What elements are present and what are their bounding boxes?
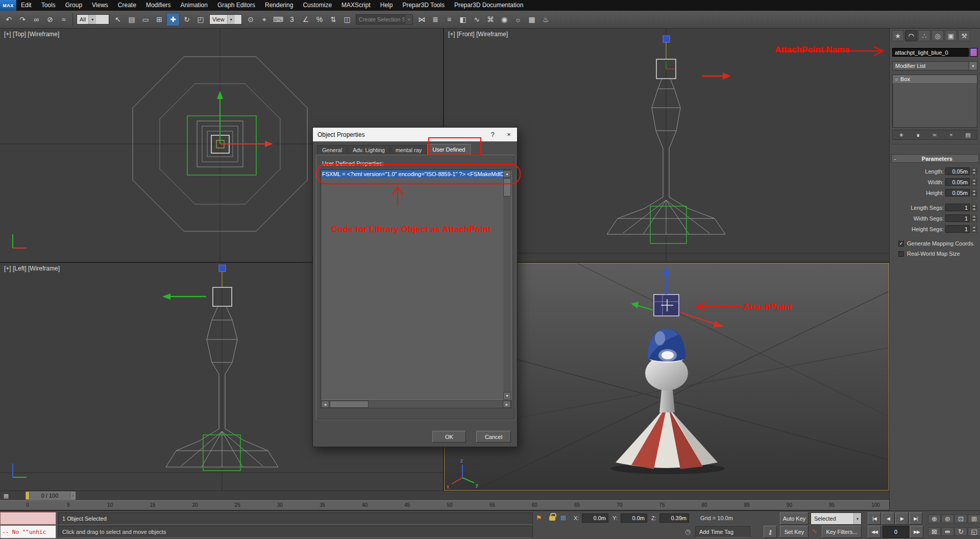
rendered-frame-icon[interactable]: ▦ [525,13,538,26]
spinner-up-icon[interactable]: ▲ [971,168,977,172]
coord-x-field[interactable]: 0.0m [582,513,608,523]
mini-curve-editor-icon[interactable]: ▦ [2,492,10,500]
zoom-extents-all-icon[interactable]: ⊞ [968,514,980,523]
pin-stack-icon[interactable]: ∗ [899,132,903,138]
edit-named-sets-icon[interactable]: ◫ [340,13,354,26]
ok-button[interactable]: OK [432,431,466,443]
set-keys-icon[interactable]: ⚷ [764,526,777,538]
checkbox[interactable] [898,241,904,247]
zoom-all-icon[interactable]: ⊜ [941,514,954,523]
mirror-icon[interactable]: ⋈ [415,13,428,26]
spinner-control[interactable]: ▲▼ [971,189,977,197]
object-name-field[interactable]: attachpt_light_blue_0 [892,48,969,57]
tab-adv-lighting[interactable]: Adv. Lighting [348,145,390,155]
spinner-control[interactable]: ▲▼ [971,179,977,186]
object-color-swatch[interactable] [970,48,977,57]
menu-prepar3d-tools[interactable]: Prepar3D Tools [398,0,449,11]
display-tab-icon[interactable]: ▣ [945,30,957,41]
rollout-collapse-icon[interactable]: - [894,156,896,162]
cancel-button[interactable]: Cancel [476,431,511,443]
scene-explorer-icon[interactable]: ≡ [443,13,456,26]
scroll-down-icon[interactable]: ▼ [503,392,511,400]
fsxml-selected-line[interactable]: FSXML = <?xml version="1.0" encoding="IS… [321,170,503,178]
current-frame-field[interactable]: 0 [883,526,909,538]
param-value-field[interactable]: 0.05m [945,189,970,197]
select-object-icon[interactable]: ↖ [111,13,125,26]
render-production-icon[interactable]: ♨ [539,13,552,26]
absolute-mode-icon[interactable]: ⊞ [560,514,566,522]
schematic-view-icon[interactable]: ⌘ [484,13,497,26]
add-time-tag[interactable]: Add Time Tag [695,526,750,537]
angle-snap-icon[interactable]: ∠ [299,13,312,26]
spinner-control[interactable]: ▲▼ [971,168,977,175]
create-tab-icon[interactable]: ★ [892,30,904,41]
zoom-region-icon[interactable]: ⊠ [928,527,941,536]
viewport-label-left[interactable]: [+] [Left] [Wireframe] [4,265,60,272]
spinner-up-icon[interactable]: ▲ [971,189,977,193]
time-slider-right-nub[interactable]: › [70,492,75,499]
select-and-scale-icon[interactable]: ◰ [194,13,207,26]
menu-maxscript[interactable]: MAXScript [337,0,375,11]
spinner-up-icon[interactable]: ▲ [971,226,977,229]
zoom-extents-icon[interactable]: ⊡ [954,514,967,523]
spinner-down-icon[interactable]: ▼ [971,193,977,197]
previous-frame-icon[interactable]: ◀ [881,512,895,525]
remove-modifier-icon[interactable]: × [949,132,952,138]
motion-tab-icon[interactable]: ◎ [932,30,944,41]
param-value-field[interactable]: 0.05m [945,178,970,186]
dialog-titlebar[interactable]: Object Properties ? × [313,128,517,141]
scroll-left-icon[interactable]: ◄ [321,401,329,408]
chevron-down-icon[interactable]: ▼ [969,62,977,70]
scroll-up-icon[interactable]: ▲ [503,170,511,178]
spinner-up-icon[interactable]: ▲ [971,204,977,208]
modify-tab-icon[interactable]: ◠ [905,30,917,41]
auto-key-button[interactable]: Auto Key [780,512,808,525]
select-and-rotate-icon[interactable]: ↻ [180,13,193,26]
spinner-down-icon[interactable]: ▼ [971,218,977,222]
pan-icon[interactable]: ⇹ [941,527,954,536]
viewport-label-top[interactable]: [+] [Top] [Wireframe] [4,31,59,38]
spinner-control[interactable]: ▲▼ [971,226,977,233]
close-icon[interactable]: × [501,128,517,141]
modifier-stack[interactable]: ○ Box [892,75,977,128]
menu-tools[interactable]: Tools [37,0,60,11]
menu-animation[interactable]: Animation [176,0,212,11]
parameters-rollout-header[interactable]: - Parameters [891,154,979,163]
menu-create[interactable]: Create [113,0,141,11]
align-icon[interactable]: ≣ [429,13,442,26]
spinner-up-icon[interactable]: ▲ [971,179,977,182]
key-mode-dropdown[interactable]: Selected ▼ [811,512,862,525]
vertical-scrollbar[interactable]: ▲ ▼ [503,170,511,400]
select-and-link-icon[interactable]: ∞ [30,13,43,26]
tab-mental-ray[interactable]: mental ray [390,145,427,155]
utilities-tab-icon[interactable]: ⚒ [958,30,970,41]
reference-coordinate-dropdown[interactable]: View ▼ [209,14,242,24]
rectangular-selection-icon[interactable]: ▭ [139,13,152,26]
material-editor-icon[interactable]: ◉ [498,13,511,26]
select-and-move-icon[interactable]: ✚ [166,13,180,26]
go-to-start-icon[interactable]: |◀ [868,512,881,525]
next-key-icon[interactable]: ▶▶ [910,526,923,538]
time-slider-handle[interactable]: 0 / 100 › [26,492,76,500]
ribbon-toggle-icon[interactable]: ◧ [456,13,470,26]
param-value-field[interactable]: 1 [945,204,970,211]
modifier-list-dropdown[interactable]: Modifier List ▼ [892,61,977,70]
checkbox[interactable] [898,251,904,257]
coord-z-field[interactable]: 0.39m [659,513,689,523]
menu-group[interactable]: Group [61,0,87,11]
viewport-label-front[interactable]: [+] [Front] [Wireframe] [448,31,508,38]
spinner-down-icon[interactable]: ▼ [971,208,977,211]
set-key-button[interactable]: Set Key [780,526,808,538]
redo-icon[interactable]: ↷ [16,13,29,26]
isolate-selection-icon[interactable]: ⚑ [536,514,542,522]
zoom-icon[interactable]: ⊕ [928,514,941,523]
tab-user-defined[interactable]: User Defined [427,144,470,155]
use-pivot-center-icon[interactable]: ⊙ [244,13,257,26]
horizontal-scrollbar[interactable]: ◄ ► [321,400,511,408]
menu-edit[interactable]: Edit [16,0,36,11]
play-icon[interactable]: ▶ [895,512,909,525]
param-value-field[interactable]: 1 [945,214,970,222]
selection-lock-icon[interactable] [549,516,555,521]
select-and-manipulate-icon[interactable]: ⌖ [258,13,271,26]
unlink-selection-icon[interactable]: ⊘ [43,13,57,26]
